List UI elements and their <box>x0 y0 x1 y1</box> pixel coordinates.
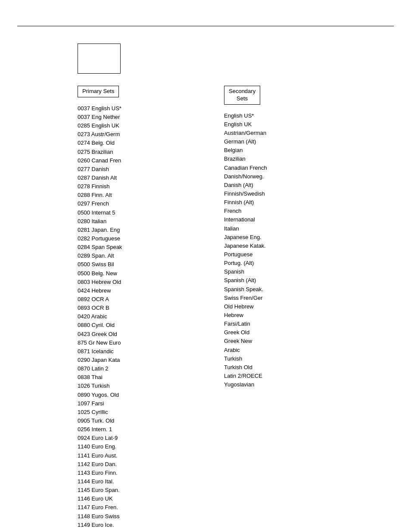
list-item: 1147 Euro Fren. <box>78 503 190 512</box>
list-item: 1026 Turkish <box>78 382 190 390</box>
list-item: 1140 Euro Eng. <box>78 442 190 451</box>
list-item: 0297 French <box>78 199 190 208</box>
list-item: 0924 Euro Lat-9 <box>78 434 190 442</box>
list-item: 0893 OCR B <box>78 304 190 312</box>
list-item: 0037 Eng Nether <box>78 113 190 121</box>
list-item: 0500 Swiss Bil <box>78 260 190 269</box>
list-item: 1149 Euro Ice. <box>78 521 190 529</box>
list-item: 0500 Internat 5 <box>78 208 190 217</box>
list-item: 0870 Latin 2 <box>78 364 190 373</box>
list-item: Austrian/German <box>224 129 333 137</box>
list-item: Danish/Norweg. <box>224 172 333 181</box>
list-item: Arabic <box>224 346 333 355</box>
list-item: 875 Gr New Euro <box>78 339 190 347</box>
list-item: 0871 Icelandic <box>78 347 190 356</box>
list-item: 0273 Austr/Germ <box>78 130 190 139</box>
list-item: 0892 OCR A <box>78 295 190 304</box>
list-item: 0282 Portuguese <box>78 234 190 243</box>
list-item: 0905 Turk. Old <box>78 417 190 425</box>
list-item: 0281 Japan. Eng <box>78 226 190 234</box>
primary-sets-column: Primary Sets 0037 English US*0037 Eng Ne… <box>78 86 190 529</box>
list-item: Danish (Alt) <box>224 181 333 190</box>
list-item: French <box>224 207 333 215</box>
image-placeholder <box>78 44 121 74</box>
list-item: Belgian <box>224 146 333 155</box>
list-item: Brazilian <box>224 155 333 163</box>
list-item: 0274 Belg. Old <box>78 139 190 147</box>
primary-sets-list: 0037 English US*0037 Eng Nether0285 Engl… <box>78 104 190 529</box>
list-item: International <box>224 215 333 224</box>
list-item: Hebrew <box>224 311 333 320</box>
list-item: 0890 Yugos. Old <box>78 391 190 399</box>
list-item: 0285 English UK <box>78 121 190 130</box>
list-item: 1145 Euro Span. <box>78 486 190 495</box>
list-item: Greek New <box>224 337 333 345</box>
secondary-sets-list: English US*English UKAustrian/GermanGerm… <box>224 112 333 389</box>
list-item: English UK <box>224 120 333 129</box>
list-item: Swiss Fren/Ger <box>224 294 333 302</box>
list-item: 1144 Euro Ital. <box>78 477 190 486</box>
list-item: 0277 Danish <box>78 165 190 174</box>
list-item: 1142 Euro Dan. <box>78 460 190 469</box>
list-item: 0256 Intern. 1 <box>78 425 190 434</box>
list-item: 1148 Euro Swiss <box>78 512 190 521</box>
list-item: Japanese Eng. <box>224 233 333 242</box>
list-item: Spanish (Alt) <box>224 276 333 285</box>
list-item: Portuguese <box>224 250 333 259</box>
list-item: Greek Old <box>224 328 333 337</box>
list-item: Latin 2/ROECE <box>224 372 333 380</box>
list-item: 0424 Hebrew <box>78 286 190 295</box>
list-item: Spanish <box>224 268 333 276</box>
list-item: Finnish/Swedish <box>224 190 333 198</box>
list-item: 0500 Belg. New <box>78 269 190 278</box>
list-item: German (Alt) <box>224 137 333 146</box>
list-item: 1025 Cyrillic <box>78 408 190 417</box>
list-item: Portug. (Alt) <box>224 259 333 268</box>
list-item: Japanese Katak. <box>224 242 333 250</box>
list-item: 0838 Thai <box>78 373 190 382</box>
list-item: 1146 Euro UK <box>78 495 190 503</box>
list-item: Yugoslavian <box>224 380 333 389</box>
list-item: 1097 Farsi <box>78 399 190 408</box>
list-item: 0290 Japan Kata <box>78 356 190 364</box>
list-item: Turkish Old <box>224 363 333 372</box>
list-item: Turkish <box>224 355 333 363</box>
list-item: 1143 Euro Finn. <box>78 469 190 477</box>
list-item: 0880 Cyril. Old <box>78 321 190 330</box>
primary-sets-header: Primary Sets <box>78 86 119 97</box>
list-item: 0803 Hebrew Old <box>78 278 190 286</box>
list-item: 0275 Brazilian <box>78 148 190 156</box>
list-item: Spanish Speak. <box>224 285 333 294</box>
list-item: 0423 Greek Old <box>78 330 190 339</box>
list-item: 0260 Canad Fren <box>78 156 190 165</box>
list-item: Farsi/Latin <box>224 320 333 328</box>
list-item: 0037 English US* <box>78 104 190 113</box>
list-item: 0289 Span. Alt <box>78 252 190 260</box>
list-item: 0287 Danish Alt <box>78 174 190 182</box>
secondary-sets-column: Secondary Sets English US*English UKAust… <box>190 86 333 529</box>
list-item: 0278 Finnish <box>78 182 190 191</box>
list-item: 1141 Euro Aust. <box>78 451 190 460</box>
list-item: Italian <box>224 224 333 233</box>
list-item: Old Hebrew <box>224 302 333 311</box>
list-item: Canadian French <box>224 164 333 172</box>
list-item: 0288 Finn. Alt <box>78 191 190 199</box>
list-item: Finnish (Alt) <box>224 198 333 207</box>
list-item: 0280 Italian <box>78 217 190 226</box>
list-item: English US* <box>224 112 333 120</box>
secondary-sets-header: Secondary Sets <box>224 86 260 105</box>
list-item: 0420 Arabic <box>78 312 190 321</box>
list-item: 0284 Span Speak <box>78 243 190 252</box>
